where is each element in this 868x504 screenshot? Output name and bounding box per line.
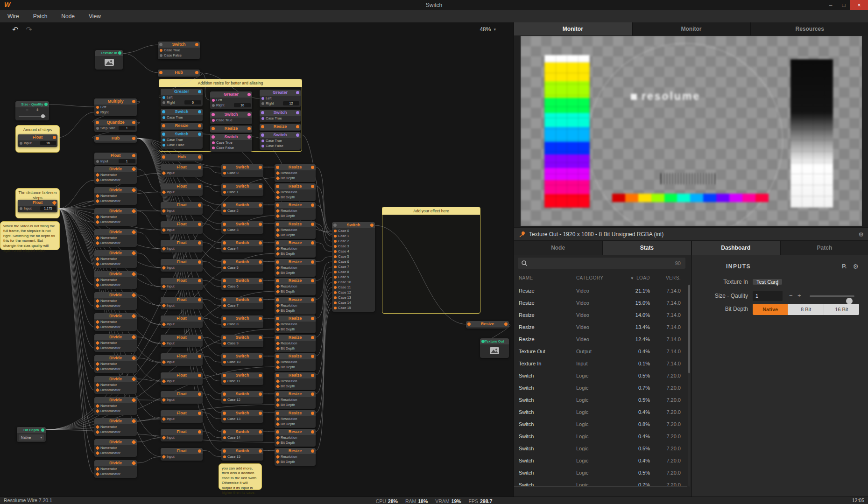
node-divide-col-12[interactable]: DivideNumeratorDenominator bbox=[94, 418, 137, 436]
output-port[interactable] bbox=[311, 185, 314, 188]
node-divide-col-6[interactable]: DivideNumeratorDenominator bbox=[94, 292, 137, 310]
table-row[interactable]: ResizeVideo14.0%7.14.0 bbox=[514, 309, 687, 321]
input-port[interactable] bbox=[159, 71, 162, 74]
node-divide-col-7[interactable]: DivideNumeratorDenominator bbox=[94, 313, 137, 331]
output-port[interactable] bbox=[311, 449, 314, 453]
port-marker[interactable] bbox=[162, 284, 166, 288]
output-port[interactable] bbox=[132, 272, 136, 277]
output-port[interactable] bbox=[296, 133, 299, 137]
input-port[interactable] bbox=[223, 260, 226, 264]
port-marker[interactable] bbox=[223, 436, 226, 439]
node-resize-col-11[interactable]: ResizeResolutionBit Depth bbox=[275, 372, 316, 390]
value-field[interactable]: 12 bbox=[283, 101, 299, 105]
port-marker[interactable] bbox=[223, 323, 226, 326]
port-marker[interactable] bbox=[276, 322, 280, 326]
value-field[interactable]: 1.175 bbox=[40, 206, 56, 210]
port-marker[interactable] bbox=[96, 451, 99, 455]
node-float-col-12[interactable]: FloatInput bbox=[161, 391, 203, 404]
node-g2-resize[interactable]: Resize bbox=[210, 126, 252, 133]
port-marker[interactable] bbox=[276, 271, 280, 274]
plus-button[interactable]: + bbox=[797, 290, 801, 301]
node-g3-resize[interactable]: Resize bbox=[260, 124, 301, 131]
input-port[interactable] bbox=[276, 260, 279, 264]
node-resize-col-0[interactable]: ResizeResolutionBit Depth bbox=[275, 164, 316, 182]
tab-dashboard[interactable]: Dashboard bbox=[692, 241, 780, 255]
node-resize-col-9[interactable]: ResizeResolutionBit Depth bbox=[275, 335, 316, 352]
port-marker[interactable] bbox=[276, 365, 280, 369]
node-resize-col-7[interactable]: ResizeResolutionBit Depth bbox=[275, 297, 316, 315]
output-port[interactable] bbox=[311, 223, 314, 226]
port-marker[interactable] bbox=[96, 367, 99, 371]
output-port[interactable] bbox=[259, 279, 262, 282]
table-row[interactable]: SwitchLogic0.5%7.20.0 bbox=[514, 370, 687, 382]
port-marker[interactable] bbox=[20, 207, 22, 210]
port-marker[interactable] bbox=[96, 472, 99, 476]
port-marker[interactable] bbox=[162, 398, 166, 401]
port-marker[interactable] bbox=[223, 172, 226, 175]
port-marker[interactable] bbox=[162, 322, 166, 326]
input-port[interactable] bbox=[481, 340, 485, 343]
port-marker[interactable] bbox=[96, 362, 99, 365]
bit-depth-native[interactable]: Native bbox=[753, 304, 788, 315]
table-row[interactable]: SwitchLogic0.4%7.20.0 bbox=[514, 406, 687, 418]
input-port[interactable] bbox=[223, 241, 226, 245]
port-marker[interactable] bbox=[276, 435, 280, 439]
node-divide-col-11[interactable]: DivideNumeratorDenominator bbox=[94, 397, 137, 415]
node-switch-col-11[interactable]: SwitchCase 11 bbox=[221, 372, 263, 385]
port-marker[interactable] bbox=[276, 266, 280, 269]
close-button[interactable]: × bbox=[850, 0, 868, 10]
input-port[interactable] bbox=[162, 110, 165, 113]
port-marker[interactable] bbox=[96, 178, 99, 182]
port-marker[interactable] bbox=[162, 96, 165, 99]
node-resize-col-10[interactable]: ResizeResolutionBit Depth bbox=[275, 353, 316, 371]
output-port[interactable] bbox=[259, 241, 262, 245]
port-marker[interactable] bbox=[276, 252, 280, 255]
input-port[interactable] bbox=[212, 135, 215, 139]
port-marker[interactable] bbox=[334, 245, 337, 248]
input-port[interactable] bbox=[276, 449, 279, 453]
port-marker[interactable] bbox=[162, 360, 166, 364]
port-marker[interactable] bbox=[223, 399, 226, 401]
size-quality-input[interactable]: 1 bbox=[753, 291, 783, 301]
node-float-col-2[interactable]: FloatInput bbox=[161, 202, 203, 215]
input-port[interactable] bbox=[223, 374, 226, 377]
output-port[interactable] bbox=[132, 154, 135, 157]
output-port[interactable] bbox=[198, 317, 201, 320]
port-marker[interactable] bbox=[276, 289, 280, 293]
port-marker[interactable] bbox=[96, 346, 99, 350]
node-resize-col-15[interactable]: ResizeResolutionBit Depth bbox=[275, 448, 316, 466]
output-port[interactable] bbox=[296, 111, 299, 114]
node-g1-switch1[interactable]: SwitchCase True bbox=[161, 109, 203, 121]
menu-item-patch[interactable]: Patch bbox=[33, 10, 48, 22]
output-port[interactable] bbox=[247, 113, 251, 116]
value-field[interactable]: 1 bbox=[119, 159, 135, 163]
port-marker[interactable] bbox=[162, 116, 165, 119]
presets-icon[interactable]: P. bbox=[842, 261, 847, 272]
output-port[interactable] bbox=[198, 185, 201, 188]
node-switch-col-7[interactable]: SwitchCase 7 bbox=[221, 297, 263, 309]
node-g2-switch1[interactable]: SwitchCase True bbox=[210, 112, 252, 124]
port-marker[interactable] bbox=[162, 228, 166, 231]
output-port[interactable] bbox=[259, 298, 262, 301]
output-port[interactable] bbox=[198, 260, 201, 264]
input-port[interactable] bbox=[223, 298, 226, 301]
node-multiply[interactable]: MultiplyLeftRight bbox=[94, 98, 137, 116]
node-resize-col-5[interactable]: ResizeResolutionBit Depth bbox=[275, 259, 316, 277]
node-resize-col-13[interactable]: ResizeResolutionBit Depth bbox=[275, 410, 316, 428]
node-float-col-11[interactable]: FloatInput bbox=[161, 372, 203, 385]
node-resize-col-6[interactable]: ResizeResolutionBit Depth bbox=[275, 278, 316, 295]
input-port[interactable] bbox=[223, 412, 226, 415]
node-float-col-4[interactable]: FloatInput bbox=[161, 240, 203, 252]
input-port[interactable] bbox=[276, 374, 279, 377]
input-port[interactable] bbox=[223, 355, 226, 358]
port-marker[interactable] bbox=[96, 199, 99, 203]
node-divide-col-1[interactable]: DivideNumeratorDenominator bbox=[94, 187, 137, 205]
node-hub-mid[interactable]: Hub bbox=[161, 154, 203, 161]
port-marker[interactable] bbox=[162, 379, 166, 383]
port-marker[interactable] bbox=[276, 441, 280, 444]
output-port[interactable] bbox=[198, 203, 201, 207]
port-marker[interactable] bbox=[223, 361, 226, 364]
port-marker[interactable] bbox=[96, 409, 99, 413]
node-hub-left[interactable]: Hub bbox=[94, 135, 137, 143]
input-port[interactable] bbox=[223, 430, 226, 434]
